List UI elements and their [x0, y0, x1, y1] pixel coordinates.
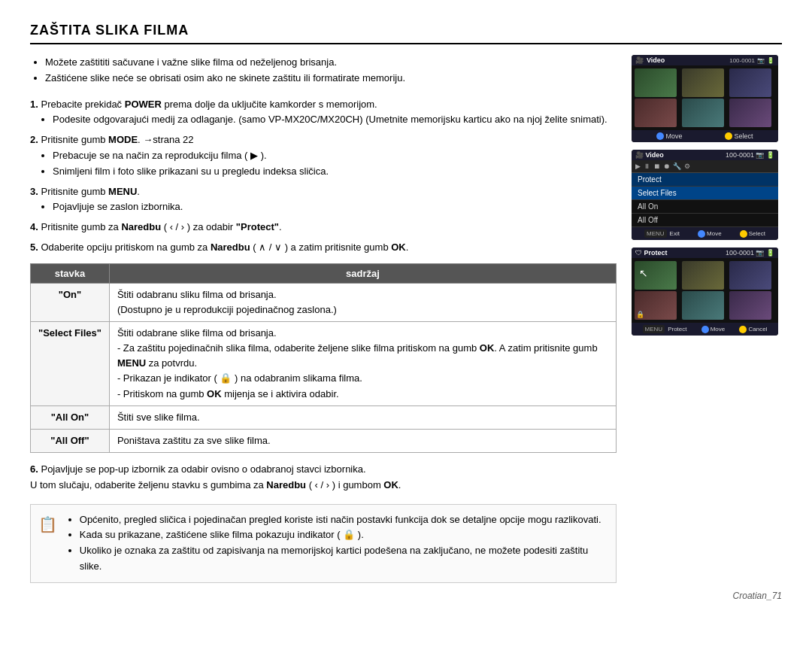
screen-2-select-label: Select: [749, 230, 765, 237]
thumb-4: [635, 99, 677, 127]
note-bullet-3: Ukoliko je oznaka za zaštitu od zapisiva…: [80, 543, 608, 575]
step-6: 6. Pojavljuje se pop-up izbornik za odab…: [30, 462, 617, 494]
menu-icon-6: ⚙: [684, 162, 690, 170]
screen-1-bottombar: Move Select: [632, 130, 778, 142]
thumb-6: [729, 99, 771, 127]
screen-1-battery-icon: 🔋: [767, 57, 774, 64]
screen-3-bottombar: MENU Protect Move Cancel: [632, 323, 778, 336]
step-6-text: Pojavljuje se pop-up izbornik za odabir …: [41, 463, 365, 475]
step-2-sub-2: Snimljeni film i foto slike prikazani su…: [53, 164, 617, 180]
move-btn-icon-3: [701, 326, 709, 333]
screen-3-protect: MENU Protect: [643, 325, 687, 333]
screen-3-battery-icon: 🔋: [766, 249, 774, 257]
screen-3-panel: 🛡 Protect 100-0001 📷 🔋 ↖ 🔒: [632, 248, 778, 336]
intro-bullets: Možete zaštititi sačuvane i važne slike …: [30, 55, 617, 87]
note-icon: 📋: [38, 512, 57, 575]
screen-3-cancel: Cancel: [739, 325, 767, 333]
screen-1-select: Select: [725, 132, 753, 140]
menu-label-protect: MENU: [643, 325, 665, 333]
step-2-num: 2.: [30, 134, 38, 145]
step-3-num: 3.: [30, 186, 38, 197]
screen-2-right-info: 100-0001 📷 🔋: [726, 151, 774, 159]
table-key-all-off: "All Off": [31, 429, 110, 452]
menu-protect-header: Protect: [632, 173, 778, 187]
screen-3-label: Protect: [644, 249, 668, 257]
protect-thumb-6: [729, 291, 771, 320]
table-key-all-on: "All On": [31, 405, 110, 429]
menu-select-files: Select Files: [632, 187, 778, 200]
screen-3-topbar: 🛡 Protect 100-0001 📷 🔋: [632, 248, 778, 258]
table-key-on: "On": [31, 283, 110, 321]
page-title: ZAŠTITA SLIKA FILMA: [30, 23, 782, 44]
screen-3-grid: ↖ 🔒: [632, 258, 778, 323]
screen-1-label: Video: [647, 56, 665, 64]
cursor-arrow-icon: ↖: [639, 267, 648, 279]
screen-2-exit: MENU Exit: [644, 229, 680, 238]
screen-2-select: Select: [740, 229, 765, 238]
protect-thumb-3: [729, 261, 771, 290]
screen-3-move-label: Move: [710, 326, 726, 333]
screen-1-left-info: 🎥 Video: [635, 56, 665, 64]
screen-3-cancel-label: Cancel: [748, 326, 767, 333]
table-row-all-off: "All Off" Poništava zaštitu za sve slike…: [31, 429, 617, 452]
menu-icon-1: ▶: [635, 162, 641, 170]
thumb-1: [635, 68, 677, 97]
menu-icon-2: ⏸: [644, 162, 650, 170]
screen-2-panel: 🎥 Video 100-0001 📷 🔋 ▶ ⏸ ⏹ ⏺ 🔧 ⚙ Protect…: [632, 150, 778, 240]
table-header-stavka: stavka: [31, 263, 110, 283]
note-bullet-2: Kada su prikazane, zaštićene slike filma…: [80, 527, 608, 543]
screen-1-move: Move: [656, 132, 682, 140]
note-box: 📋 Općenito, pregled sličica i pojedinača…: [30, 504, 617, 583]
menu-icon-5: 🔧: [673, 162, 681, 170]
select-btn-icon-2: [740, 230, 747, 238]
screen-3-move: Move: [701, 325, 726, 333]
step-2: 2. Pritisnite gumb MODE. →strana 22 Preb…: [30, 132, 617, 179]
screen-2-move: Move: [698, 229, 722, 238]
protect-thumb-5: [682, 291, 724, 320]
step-1-sub: Podesite odgovarajući medij za odlaganje…: [53, 112, 617, 128]
menu-icon-3: ⏹: [653, 162, 660, 170]
step-5-num: 5.: [30, 241, 38, 253]
select-btn-icon: [725, 132, 732, 140]
screen-2-exit-label: Exit: [670, 230, 680, 237]
protect-thumb-1: ↖: [635, 261, 677, 290]
table-value-select-files: Štiti odabrane slike filma od brisanja. …: [109, 322, 616, 406]
step-4: 4. Pritisnite gumb za Naredbu ( ‹ / › ) …: [30, 220, 617, 235]
screen-3-storage-icon: 📷: [756, 249, 764, 257]
footer: Croatian_71: [30, 591, 782, 601]
right-screenshots: 🎥 Video 100-0001 📷 🔋: [632, 55, 782, 583]
step-2-sub-1: Prebacuje se na način za reprodukciju fi…: [53, 148, 617, 164]
thumb-2: [682, 68, 724, 97]
screen-3-right-info: 100-0001 📷 🔋: [726, 249, 774, 257]
step-1: 1. Prebacite prekidač POWER prema dolje …: [30, 97, 617, 129]
step-4-num: 4.: [30, 221, 38, 232]
screen-1-icon: 🎥: [635, 56, 644, 64]
screen-2-code: 100-0001: [726, 151, 754, 159]
table-header-sadrzaj: sadržaj: [109, 263, 616, 283]
screen-2-bottombar: MENU Exit Move Select: [632, 227, 778, 240]
table-row-select-files: "Select Files" Štiti odabrane slike film…: [31, 322, 617, 406]
thumb-5: [682, 99, 724, 127]
screen-2-storage-icon: 📷: [756, 151, 764, 159]
screen-1-topbar: 🎥 Video 100-0001 📷 🔋: [632, 55, 778, 65]
step-5: 5. Odaberite opciju pritiskom na gumb za…: [30, 240, 617, 256]
screen-3-code: 100-0001: [726, 249, 754, 257]
screen-3-protect-label: Protect: [668, 326, 686, 333]
screen-2-label: Video: [646, 151, 664, 159]
cancel-btn-icon: [739, 326, 747, 333]
screen-1-code: 100-0001: [729, 57, 755, 64]
lock-icon: 🔒: [636, 311, 644, 318]
screen-2-battery-icon: 🔋: [766, 151, 774, 159]
step-1-num: 1.: [30, 99, 38, 110]
left-content: Možete zaštititi sačuvane i važne slike …: [30, 55, 617, 583]
intro-bullet-1: Možete zaštititi sačuvane i važne slike …: [45, 55, 617, 71]
step-6-num: 6.: [30, 463, 38, 475]
table-value-all-on: Štiti sve slike filma.: [109, 405, 616, 429]
screen-2-icons-row: ▶ ⏸ ⏹ ⏺ 🔧 ⚙: [632, 160, 778, 173]
screen-3-left-info: 🛡 Protect: [635, 249, 668, 257]
screen-1-panel: 🎥 Video 100-0001 📷 🔋: [632, 55, 778, 142]
screen-1-move-label: Move: [665, 132, 682, 140]
protect-thumb-2: [682, 261, 724, 290]
protect-table: stavka sadržaj "On" Štiti odabranu sliku…: [30, 263, 617, 453]
menu-all-off: All Off: [632, 214, 778, 227]
